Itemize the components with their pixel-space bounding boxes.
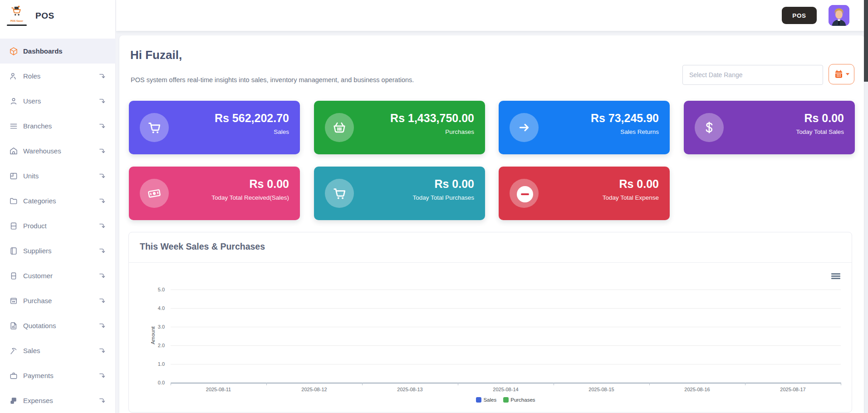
sales-icon	[9, 346, 18, 355]
sidebar-item-label: Units	[23, 172, 98, 180]
sidebar-item-dashboards[interactable]: Dashboards	[0, 39, 116, 64]
calendar-icon	[834, 69, 843, 79]
sidebar-item-label: Payments	[23, 372, 98, 379]
sidebar-item-customer[interactable]: Customer	[0, 263, 116, 288]
sidebar-item-payments[interactable]: Payments	[0, 363, 116, 388]
sidebar-item-warehouses[interactable]: Warehouses	[0, 138, 116, 163]
sidebar-item-label: Branches	[23, 122, 98, 130]
sidebar-item-label: Quotations	[23, 322, 98, 329]
gridline	[171, 345, 841, 346]
legend-item-sales[interactable]: Sales	[476, 397, 496, 403]
stat-card-icon-circle	[140, 179, 169, 208]
axis-tick	[745, 383, 745, 385]
categories-folder-icon	[9, 197, 18, 206]
chart-menu-icon[interactable]	[831, 273, 840, 280]
sidebar-item-label: Categories	[23, 197, 98, 205]
minus-circle-icon	[517, 186, 531, 201]
app-logo[interactable]: POS Saver POS	[6, 5, 54, 26]
dollar-icon	[702, 120, 716, 135]
stat-card-icon-circle	[325, 179, 354, 208]
purchase-icon	[9, 296, 18, 305]
sidebar-item-label: Warehouses	[23, 147, 98, 155]
logo-underline	[7, 25, 27, 26]
product-icon	[9, 221, 18, 231]
arrow-right-icon	[517, 120, 531, 135]
stat-card-purchases: Rs 1,433,750.00 Purchases	[314, 101, 485, 154]
gridline	[171, 308, 841, 309]
stat-card-icon-circle	[510, 179, 539, 208]
y-tick-label: 1.0	[146, 361, 165, 367]
basket-icon	[332, 120, 347, 135]
sidebar-item-label: Product	[23, 222, 98, 230]
stat-card-today-total-purchases: Rs 0.00 Today Total Purchases	[314, 167, 485, 220]
submenu-arrow-icon	[98, 197, 106, 205]
stat-card-label: Purchases	[445, 128, 474, 135]
stat-card-sales: Rs 562,202.70 Sales	[129, 101, 300, 154]
sidebar-item-suppliers[interactable]: Suppliers	[0, 238, 116, 263]
sidebar-item-roles[interactable]: Roles	[0, 64, 116, 88]
main-content: Hi Fuzail, POS system offers real-time i…	[119, 35, 864, 413]
x-tick-label: 2025-08-13	[390, 387, 431, 392]
stat-card-amount: Rs 562,202.70	[215, 112, 289, 125]
chart-legend: SalesPurchases	[171, 397, 841, 403]
scrollbar-track[interactable]	[864, 0, 868, 413]
divider	[129, 262, 852, 263]
axis-tick	[554, 383, 554, 385]
stat-card-today-total-received-sales: Rs 0.00 Today Total Received(Sales)	[129, 167, 300, 220]
chart-title: This Week Sales & Purchases	[140, 241, 265, 252]
sidebar-item-users[interactable]: Users	[0, 88, 116, 113]
stat-card-label: Sales	[274, 128, 289, 135]
sidebar-item-expenses[interactable]: Expenses	[0, 388, 116, 413]
stat-card-today-total-expense: Rs 0.00 Today Total Expense	[499, 167, 670, 220]
sidebar-item-quotations[interactable]: Quotations	[0, 313, 116, 338]
x-tick-label: 2025-08-16	[677, 387, 718, 392]
sidebar-item-label: Expenses	[23, 397, 98, 404]
cart-icon	[332, 186, 347, 201]
sidebar-item-categories[interactable]: Categories	[0, 188, 116, 213]
suppliers-icon	[9, 246, 18, 256]
sidebar-item-units[interactable]: Units	[0, 163, 116, 188]
stat-card-icon-circle	[510, 113, 539, 142]
calendar-button[interactable]	[829, 64, 854, 84]
sidebar-item-product[interactable]: Product	[0, 213, 116, 238]
stat-card-amount: Rs 73,245.90	[591, 112, 659, 125]
legend-label: Purchases	[510, 397, 535, 403]
scrollbar-thumb[interactable]	[864, 0, 868, 82]
stat-card-amount: Rs 0.00	[434, 177, 474, 191]
units-icon	[9, 172, 18, 181]
y-axis-label: Amount	[150, 317, 156, 354]
sidebar-item-purchase[interactable]: Purchase	[0, 288, 116, 313]
submenu-arrow-icon	[98, 372, 106, 379]
submenu-arrow-icon	[98, 172, 106, 180]
stat-card-amount: Rs 0.00	[804, 112, 844, 125]
payments-icon	[9, 371, 18, 380]
stat-card-label: Sales Returns	[620, 128, 659, 135]
legend-item-purchases[interactable]: Purchases	[503, 397, 535, 403]
banknote-icon	[147, 186, 162, 201]
stat-card-icon-circle	[325, 113, 354, 142]
stat-card-icon-circle	[140, 113, 169, 142]
date-range-input[interactable]	[682, 65, 823, 85]
sidebar-item-label: Users	[23, 97, 98, 105]
page-subtitle: POS system offers real-time insights int…	[131, 76, 414, 84]
pos-button[interactable]: POS	[782, 7, 817, 24]
sidebar-item-branches[interactable]: Branches	[0, 113, 116, 138]
sidebar-item-label: Sales	[23, 347, 98, 354]
y-tick-label: 4.0	[146, 305, 165, 311]
user-avatar[interactable]	[829, 5, 849, 26]
cart-icon	[147, 120, 162, 135]
sidebar-item-label: Suppliers	[23, 247, 98, 255]
y-tick-label: 0.0	[146, 380, 165, 385]
stat-card-sales-returns: Rs 73,245.90 Sales Returns	[499, 101, 670, 154]
gridline	[171, 327, 841, 327]
sidebar-item-sales[interactable]: Sales	[0, 338, 116, 363]
dashboard-cube-icon	[9, 47, 18, 56]
sidebar: POS Saver POS Dashboards Roles Users Bra…	[0, 0, 116, 413]
stat-card-amount: Rs 0.00	[619, 177, 659, 191]
gridline	[171, 290, 841, 290]
sidebar-item-label: Purchase	[23, 297, 98, 305]
stat-card-icon-circle	[695, 113, 724, 142]
page-title: Hi Fuzail,	[130, 48, 182, 62]
submenu-arrow-icon	[98, 222, 106, 230]
x-tick-label: 2025-08-17	[773, 387, 814, 392]
